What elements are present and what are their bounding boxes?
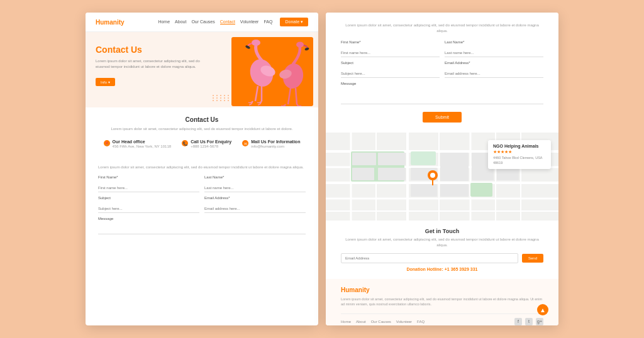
nav-causes[interactable]: Our Causes: [191, 19, 214, 25]
contact-info-section: Contact Us Lorem ipsum dolor sit amet, c…: [86, 107, 318, 157]
right-email-input[interactable]: [445, 70, 543, 78]
hero-content: Contact Us Lorem ipsum dolor sit amet, c…: [96, 45, 213, 86]
footer-description: Lorem ipsum dolor sit amet, consectetur …: [341, 297, 543, 307]
last-name-input[interactable]: [204, 184, 306, 192]
footer-link-volunteer[interactable]: Volunteer: [396, 320, 412, 324]
form-intro: Lorem ipsum dolor sit amet, consectetur …: [98, 165, 306, 170]
nav-home[interactable]: Home: [158, 19, 170, 25]
submit-button[interactable]: Submit: [423, 112, 462, 123]
nav-about[interactable]: About: [175, 19, 186, 25]
svg-rect-28: [352, 153, 376, 165]
footer-link-home[interactable]: Home: [341, 320, 351, 324]
subject-group: Subject: [98, 196, 199, 213]
git-title: Get in Touch: [341, 228, 543, 234]
footer-social: f t g+: [514, 318, 543, 325]
message-group: Message: [98, 217, 306, 237]
map-info-card: NGO Helping Animals ★★★★★ 4460 Tahoe Blv…: [488, 140, 551, 169]
right-subject-group: Subject: [341, 61, 440, 78]
email-input[interactable]: [204, 205, 306, 213]
phone-icon: 📞: [182, 140, 188, 146]
message-label: Message: [98, 217, 306, 221]
right-message-group: Message: [341, 82, 543, 107]
footer-link-about[interactable]: About: [356, 320, 366, 324]
nav-volunteer[interactable]: Volunteer: [240, 19, 259, 25]
footer-nav: Home About Our Causes Volunteer FAQ: [341, 320, 425, 324]
decorative-dots: [213, 95, 230, 101]
location-icon: 📍: [104, 140, 110, 146]
map-card-title: NGO Helping Animals: [493, 144, 546, 148]
nav-faq[interactable]: FAQ: [264, 19, 272, 25]
hero-title: Contact Us: [96, 45, 213, 55]
right-form-desc: Lorem ipsum dolor sit amet, consectetur …: [341, 23, 543, 34]
nav-contact[interactable]: Contact: [220, 19, 235, 25]
svg-rect-29: [352, 168, 374, 180]
git-send-button[interactable]: Send: [522, 254, 543, 263]
first-name-input[interactable]: [98, 184, 199, 192]
footer-link-causes[interactable]: Our Causes: [371, 320, 391, 324]
first-name-label: First Name*: [98, 175, 199, 179]
right-last-name-group: Last Name*: [445, 40, 543, 57]
contact-phone: 📞 Call Us For Enquiry +888 1234-5678: [182, 139, 231, 148]
phone-value: +888 1234-5678: [191, 144, 231, 148]
git-desc: Lorem ipsum dolor sit amet, consectetur …: [341, 237, 543, 248]
twitter-icon[interactable]: t: [525, 318, 533, 325]
flamingo-illustration: [235, 38, 310, 106]
donate-button[interactable]: Donate ▾: [280, 18, 308, 26]
subject-row: Subject Email Address*: [98, 196, 306, 213]
map-address: 4460 Tahoe Blvd Clemens, USA 48619: [493, 156, 546, 165]
right-message-label: Message: [341, 82, 543, 85]
address-value: 456 Fifth Ave, New York, NY 10118: [113, 144, 172, 148]
donation-hotline: Donation Hotline: +1 365 3929 331: [341, 267, 543, 271]
address-label: Our Head office: [113, 139, 172, 144]
right-subject-row: Subject Email Address*: [341, 61, 543, 78]
svg-rect-33: [440, 153, 469, 181]
nav-logo: Humanity: [96, 19, 125, 26]
googleplus-icon[interactable]: g+: [536, 318, 543, 325]
hero-button[interactable]: Info ▾: [96, 78, 115, 86]
svg-rect-38: [440, 184, 469, 197]
email-field-label: Email Address*: [204, 196, 306, 200]
svg-rect-27: [470, 183, 492, 197]
right-form-section: Lorem ipsum dolor sit amet, consectetur …: [326, 13, 558, 133]
facebook-icon[interactable]: f: [514, 318, 522, 325]
map-rating: ★★★★★: [493, 150, 546, 155]
right-subject-label: Subject: [341, 61, 440, 65]
svg-line-10: [288, 88, 291, 104]
last-name-group: Last Name*: [204, 175, 306, 192]
navbar: Humanity Home About Our Causes Contact V…: [86, 13, 318, 32]
contact-email: ✉ Mail Us For Information info@humanity.…: [242, 139, 300, 148]
footer-top: Humanity Lorem ipsum dolor sit amet, con…: [341, 286, 543, 307]
right-first-name-label: First Name*: [341, 40, 440, 44]
right-page: Lorem ipsum dolor sit amet, consectetur …: [326, 13, 558, 325]
right-email-field-label: Email Address*: [445, 61, 543, 65]
right-email-group: Email Address*: [445, 61, 543, 78]
last-name-label: Last Name*: [204, 175, 306, 179]
footer-divider: [341, 313, 543, 314]
right-message-textarea[interactable]: [341, 87, 543, 104]
hero-image: [231, 37, 313, 106]
contact-info-row: 📍 Our Head office 456 Fifth Ave, New Yor…: [98, 139, 306, 148]
git-email-input[interactable]: [341, 253, 518, 263]
right-last-name-input[interactable]: [445, 49, 543, 57]
mail-icon: ✉: [242, 140, 248, 146]
submit-container: Submit: [341, 107, 543, 123]
subject-input[interactable]: [98, 205, 199, 213]
footer-link-faq[interactable]: FAQ: [417, 320, 425, 324]
svg-rect-37: [411, 184, 437, 197]
footer: Humanity Lorem ipsum dolor sit amet, con…: [326, 279, 558, 325]
email-group: Email Address*: [204, 196, 306, 213]
name-row: First Name* Last Name*: [98, 175, 306, 192]
footer-logo: Humanity: [341, 286, 543, 293]
right-last-name-label: Last Name*: [445, 40, 543, 44]
svg-rect-26: [411, 151, 436, 165]
scroll-top-button[interactable]: ▲: [537, 304, 548, 315]
contact-address: 📍 Our Head office 456 Fifth Ave, New Yor…: [104, 139, 172, 148]
svg-rect-36: [497, 168, 519, 180]
svg-line-4: [255, 86, 258, 101]
hero-section: Contact Us Lorem ipsum dolor sit amet, c…: [86, 32, 318, 107]
email-value: info@humanity.com: [251, 144, 300, 148]
right-subject-input[interactable]: [341, 70, 440, 78]
right-first-name-input[interactable]: [341, 49, 440, 57]
message-textarea[interactable]: [98, 222, 306, 234]
nav-links: Home About Our Causes Contact Volunteer …: [158, 19, 272, 25]
